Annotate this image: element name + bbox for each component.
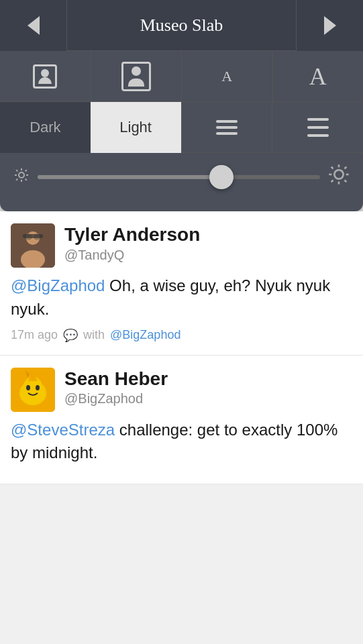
tweet-1-header: Tyler Anderson @TandyQ: [11, 223, 352, 268]
large-person-icon: [121, 62, 151, 91]
tweet-1-meta: 17m ago 💬 with @BigZaphod: [11, 328, 352, 343]
line-bar-4: [307, 118, 329, 121]
svg-point-27: [26, 385, 30, 390]
tweet-2-avatar[interactable]: [11, 368, 55, 412]
svg-point-0: [19, 172, 24, 178]
icon-row: A A: [0, 51, 363, 102]
tweet-1-username: Tyler Anderson: [64, 223, 352, 246]
tweet-2-user-info: Sean Heber @BigZaphod: [64, 368, 352, 407]
compact-lines-button[interactable]: [182, 102, 273, 152]
svg-line-17: [344, 167, 346, 169]
left-arrow-icon: [28, 16, 40, 35]
tweet-2-mention[interactable]: @SteveStreza: [11, 421, 115, 439]
svg-point-9: [334, 170, 343, 178]
tweet-1-time: 17m ago: [11, 328, 58, 342]
large-avatar-button[interactable]: [91, 51, 183, 101]
tweet-2: Sean Heber @BigZaphod @SteveStreza chall…: [0, 356, 363, 485]
line-bar-3: [216, 132, 238, 135]
theme-toggle: Dark Light: [0, 102, 182, 153]
brightness-max-icon: [328, 164, 350, 190]
tweet-1-user-info: Tyler Anderson @TandyQ: [64, 223, 352, 263]
tweet-2-username: Sean Heber: [64, 368, 352, 390]
tweet-1-body: @BigZaphod Oh, a wise guy, eh? Nyuk nyuk…: [11, 274, 352, 321]
line-bar-1: [216, 120, 238, 123]
svg-line-16: [331, 180, 333, 182]
reply-bubble-icon: 💬: [63, 328, 78, 343]
tweet-1: Tyler Anderson @TandyQ @BigZaphod Oh, a …: [0, 211, 363, 356]
small-avatar-button[interactable]: [0, 51, 91, 101]
wide-lines-icon: [307, 118, 329, 137]
dark-theme-button[interactable]: Dark: [0, 102, 91, 153]
tyler-avatar-image: [11, 223, 55, 268]
svg-rect-23: [23, 234, 43, 238]
light-theme-button[interactable]: Light: [91, 102, 181, 153]
svg-point-28: [36, 385, 40, 390]
font-name-label: Museo Slab: [67, 15, 296, 36]
large-text-button[interactable]: A: [273, 51, 364, 101]
wide-lines-button[interactable]: [272, 102, 363, 152]
small-text-icon: A: [221, 68, 232, 85]
small-text-button[interactable]: A: [182, 51, 273, 101]
tweet-2-handle[interactable]: @BigZaphod: [64, 391, 352, 407]
tweet-1-mention[interactable]: @BigZaphod: [11, 276, 105, 294]
brightness-fill: [38, 175, 221, 179]
large-text-icon: A: [309, 62, 327, 91]
content-area: Tyler Anderson @TandyQ @BigZaphod Oh, a …: [0, 211, 363, 484]
svg-line-14: [331, 167, 333, 169]
svg-line-5: [16, 170, 17, 171]
svg-line-8: [25, 170, 27, 171]
brightness-slider[interactable]: [38, 175, 320, 179]
line-bar-2: [216, 126, 238, 129]
tweet-1-handle[interactable]: @TandyQ: [64, 248, 352, 263]
tweet-1-with-handle[interactable]: @BigZaphod: [110, 328, 180, 342]
svg-line-15: [344, 180, 346, 182]
compact-lines-icon: [216, 120, 238, 135]
right-arrow-icon: [324, 16, 336, 35]
settings-panel: Museo Slab A A Dark Light: [0, 0, 363, 211]
svg-line-6: [25, 178, 27, 180]
brightness-thumb[interactable]: [209, 165, 234, 189]
svg-line-7: [16, 178, 17, 180]
brightness-row: [0, 153, 363, 201]
line-bar-5: [307, 126, 329, 129]
prev-font-button[interactable]: [0, 0, 67, 51]
small-person-icon: [33, 64, 57, 89]
theme-row: Dark Light: [0, 102, 363, 153]
tweet-2-body: @SteveStreza challenge: get to exactly 1…: [11, 419, 352, 466]
brightness-min-icon: [13, 167, 30, 187]
line-bar-6: [307, 134, 329, 137]
tweet-1-with-prefix: with: [83, 328, 105, 342]
next-font-button[interactable]: [296, 0, 363, 51]
tweet-1-avatar[interactable]: [11, 223, 55, 268]
tweet-2-header: Sean Heber @BigZaphod: [11, 368, 352, 412]
font-selector-row: Museo Slab: [0, 0, 363, 51]
